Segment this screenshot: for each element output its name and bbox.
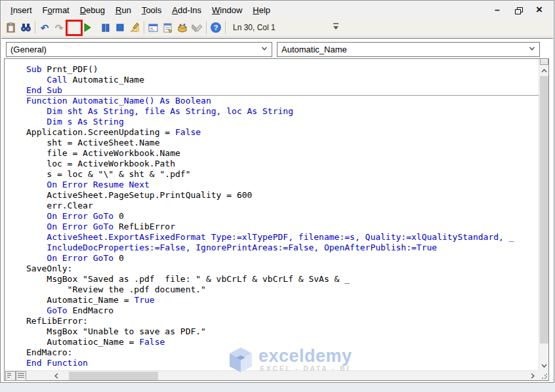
scroll-down-button[interactable] — [539, 361, 549, 370]
code-pane-header: (General) Automatic_Name — [1, 38, 553, 58]
procedure-view-button[interactable] — [5, 371, 16, 381]
code-line[interactable]: On Error GoTo 0 — [26, 211, 539, 222]
horizontal-scrollbar-thumb[interactable] — [69, 372, 158, 380]
project-explorer-button[interactable] — [146, 20, 161, 35]
cursor-position-indicator: Ln 30, Col 1 — [233, 23, 276, 32]
chevron-up-icon — [541, 69, 547, 73]
toolbox-button[interactable] — [190, 20, 204, 35]
code-line[interactable]: End Function — [26, 358, 539, 368]
paste-button[interactable] — [4, 20, 18, 35]
menu-item-run[interactable]: Run — [110, 3, 136, 18]
menu-item-tools[interactable]: Tools — [136, 3, 167, 18]
chevron-left-icon — [54, 373, 58, 379]
code-line[interactable]: ActiveSheet.PageSetup.PrintQuality = 600 — [26, 190, 539, 201]
chevron-down-icon — [529, 45, 535, 52]
code-line[interactable]: EndMacro: — [26, 347, 539, 358]
code-line[interactable]: ActiveSheet.ExportAsFixedFormat Type:=xl… — [26, 232, 539, 243]
vba-editor-window: InsertFormatDebugRunToolsAdd-InsWindowHe… — [0, 0, 554, 383]
properties-window-button[interactable] — [161, 20, 175, 35]
menu-item-addins[interactable]: Add-Ins — [167, 3, 207, 18]
code-line[interactable]: sht = ActiveSheet.Name — [26, 138, 539, 148]
chevron-down-icon — [333, 26, 339, 29]
vertical-scrollbar[interactable] — [539, 59, 548, 370]
scroll-up-button[interactable] — [539, 66, 549, 75]
menu-item-debug[interactable]: Debug — [75, 3, 110, 18]
code-line[interactable]: On Error GoTo 0 — [26, 253, 539, 264]
design-mode-icon — [129, 22, 140, 33]
code-line[interactable]: "Review the .pdf document." — [26, 284, 539, 295]
find-icon — [20, 22, 31, 33]
object-browser-button[interactable] — [175, 20, 190, 35]
reset-icon — [116, 24, 124, 31]
break-button[interactable] — [98, 20, 113, 35]
code-line[interactable]: On Error Resume Next — [26, 180, 539, 190]
toolbar-separator — [225, 21, 226, 34]
toolbar-options-grip[interactable] — [333, 22, 340, 33]
code-line[interactable]: Dim s As String — [26, 117, 539, 127]
find-button[interactable] — [18, 20, 33, 35]
code-line[interactable]: GoTo EndMacro — [26, 305, 539, 316]
restore-icon — [515, 7, 522, 13]
object-browser-icon — [177, 23, 188, 33]
redo-icon: ↷ — [55, 23, 64, 33]
code-line[interactable]: Application.ScreenUpdating = False — [26, 127, 539, 138]
code-line[interactable]: End Sub — [26, 85, 539, 96]
code-line[interactable]: SaveOnly: — [26, 264, 539, 274]
horizontal-scrollbar[interactable] — [5, 370, 539, 380]
chevron-right-icon — [531, 373, 535, 379]
toolbar-separator — [144, 21, 144, 34]
code-line[interactable]: Automatioc_Name = False — [26, 337, 539, 347]
code-line[interactable]: Sub Prnt_PDF() — [26, 64, 539, 75]
object-dropdown[interactable]: (General) — [6, 42, 272, 57]
code-line[interactable]: s = loc & "\" & sht & ".pdf" — [26, 169, 539, 180]
design-mode-button[interactable] — [127, 20, 142, 35]
vertical-scrollbar-thumb[interactable] — [540, 76, 548, 343]
scroll-right-button[interactable] — [528, 371, 537, 381]
menu-item-format[interactable]: Format — [37, 3, 75, 18]
code-line[interactable]: Dim sht As String, file As String, loc A… — [26, 106, 539, 117]
code-line[interactable]: loc = ActiveWorkbook.Path — [26, 159, 539, 169]
undo-button[interactable]: ↶ — [37, 20, 52, 35]
grip-dots-icon — [541, 373, 547, 379]
reset-button[interactable] — [113, 20, 127, 35]
menu-item-help[interactable]: Help — [247, 3, 276, 18]
help-button[interactable]: ? — [209, 20, 223, 35]
restore-button[interactable] — [511, 4, 525, 16]
procedure-dropdown[interactable]: Automatic_Name — [277, 42, 540, 57]
code-line[interactable]: MsgBox "Unable to save as PDF." — [26, 326, 539, 337]
toolbox-icon — [192, 23, 202, 33]
code-line[interactable]: On Error GoTo RefLibError — [26, 222, 539, 232]
code-line[interactable]: Function Automatic_Name() As Boolean — [26, 96, 539, 106]
properties-window-icon — [163, 23, 173, 33]
menu-item-insert[interactable]: Insert — [5, 3, 37, 18]
toolbar-separator — [35, 21, 35, 34]
close-button[interactable]: × — [532, 4, 546, 16]
menu-item-window[interactable]: Window — [207, 3, 247, 18]
help-icon: ? — [211, 22, 221, 33]
split-box[interactable] — [540, 59, 548, 65]
chevron-down-icon — [261, 45, 268, 52]
run-icon — [83, 23, 92, 32]
code-line[interactable]: Call Automatic_Name — [26, 75, 539, 85]
code-line[interactable]: IncludeDocProperties:=False, IgnorePrint… — [26, 243, 539, 253]
procedure-dropdown-value: Automatic_Name — [281, 45, 347, 54]
redo-button[interactable]: ↷ — [52, 20, 66, 35]
chevron-down-icon — [541, 364, 547, 368]
code-line[interactable]: RefLibError: — [26, 316, 539, 326]
code-line[interactable]: MsgBox "Saved as .pdf file: " & vbCrLf &… — [26, 274, 539, 284]
code-line[interactable]: file = ActiveWorkbook.Name — [26, 148, 539, 159]
code-line[interactable]: err.Clear — [26, 201, 539, 211]
object-dropdown-value: (General) — [10, 45, 47, 54]
project-explorer-icon — [148, 23, 159, 33]
code-editor[interactable]: Sub Prnt_PDF() Call Automatic_NameEnd Su… — [5, 59, 539, 370]
run-button-highlight — [66, 20, 83, 36]
code-line[interactable]: Automatic_Name = True — [26, 295, 539, 305]
scroll-left-button[interactable] — [52, 371, 61, 381]
undo-icon: ↶ — [41, 23, 49, 33]
standard-toolbar: ↶ ↷ — [1, 18, 553, 37]
full-module-view-button[interactable] — [16, 371, 26, 381]
resize-grip[interactable] — [539, 370, 548, 380]
toolbar-separator — [206, 21, 207, 34]
minimize-button[interactable]: – — [490, 4, 504, 16]
paste-icon — [6, 22, 16, 33]
